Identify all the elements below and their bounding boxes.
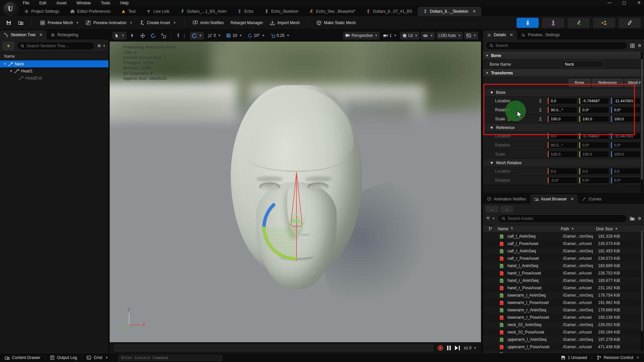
menu-file[interactable]: File: [21, 0, 31, 6]
tab-echo-skeleton[interactable]: Echo_Skeleton: [259, 7, 304, 16]
menu-tools[interactable]: Tools: [100, 0, 112, 6]
unreal-logo-icon[interactable]: U: [3, 2, 17, 16]
cmd-dropdown[interactable]: Cmd▼: [82, 353, 113, 362]
scale-x-field[interactable]: 100.0: [547, 116, 577, 122]
tree-node-head1[interactable]: ▼ Head1: [0, 67, 108, 74]
bone-space-button[interactable]: Bone: [569, 79, 591, 87]
group-header-bone[interactable]: ▼Bone: [483, 88, 644, 97]
anim-notifies-button[interactable]: Anim Notifies: [189, 18, 227, 27]
folder-view-icon[interactable]: [630, 216, 635, 221]
tab-test[interactable]: Test: [116, 7, 141, 16]
maximize-button[interactable]: ▢: [621, 0, 627, 5]
tab-project-settings[interactable]: Project Settings: [19, 7, 65, 16]
tab-animation-notifies[interactable]: Animation Notifies: [483, 194, 530, 204]
asset-search-input[interactable]: Search Assets: [498, 215, 627, 223]
select-tool-button[interactable]: [128, 32, 137, 40]
tab-close-icon[interactable]: ✕: [473, 9, 476, 14]
asset-row[interactable]: calf_l_PoseAsset/Game/...eAsset226.573 K…: [483, 240, 644, 247]
rotate-tool-button[interactable]: [149, 32, 158, 40]
expander-icon[interactable]: ▼: [9, 69, 13, 73]
column-name[interactable]: Name⇅: [498, 227, 561, 231]
screenshot-dropdown[interactable]: ▼: [464, 32, 478, 40]
asset-row[interactable]: hand_r_AnimSeq/Game/...nimSeq183.877 KiB: [483, 277, 644, 284]
details-settings-icon[interactable]: ⚙: [638, 43, 641, 48]
asset-row[interactable]: lowerarm_r_PoseAsset/Game/...eAsset193.1…: [483, 314, 644, 321]
tab-skeleton-tree[interactable]: Skeleton Tree ✕: [0, 30, 47, 40]
location-y-field[interactable]: -5.794687: [579, 98, 609, 104]
menu-asset[interactable]: Asset: [55, 0, 68, 6]
relative-transform-icon[interactable]: [533, 117, 547, 121]
asset-row[interactable]: upperarm_l_AnimSeq/Game/...nimSeq197.278…: [483, 336, 644, 343]
unsaved-indicator[interactable]: * 1 Unsaved: [556, 353, 592, 362]
physics-mode-button[interactable]: [619, 18, 641, 28]
asset-row[interactable]: hand_l_AnimSeq/Game/...nimSeq183.689 KiB: [483, 262, 644, 269]
tree-column-header[interactable]: Name: [0, 52, 108, 60]
skeleton-mode-button[interactable]: [517, 18, 539, 28]
tab-live-link[interactable]: Live Link: [141, 7, 174, 16]
panel-close-icon[interactable]: ✕: [571, 197, 574, 201]
panel-close-icon[interactable]: ✕: [510, 33, 513, 37]
section-bone[interactable]: ▼Bone: [483, 52, 644, 60]
tab-editor-preferences[interactable]: Editor Preferences: [65, 7, 116, 16]
hierarchy-column-icon[interactable]: [483, 227, 498, 231]
animation-mode-button[interactable]: [568, 18, 590, 28]
filter-dropdown[interactable]: ▼: [486, 216, 495, 221]
rotation-snap-dropdown[interactable]: 10°▼: [246, 32, 267, 40]
scale-snap-dropdown[interactable]: 0.25▼: [268, 32, 291, 40]
anim-blueprint-mode-button[interactable]: *: [593, 18, 615, 28]
asset-row[interactable]: lowerarm_r_AnimSeq/Game/...nimSeq179.669…: [483, 306, 644, 314]
close-button[interactable]: ✕: [636, 0, 642, 5]
scale-y-field[interactable]: 100.0: [579, 116, 609, 122]
asset-row[interactable]: lowerarm_l_AnimSeq/Game/...nimSeq179.754…: [483, 292, 644, 299]
tab-retargeting[interactable]: Retargeting: [47, 30, 82, 40]
tree-node-headend[interactable]: HeadEnd: [0, 74, 108, 81]
location-x-field[interactable]: 0.0: [547, 98, 577, 104]
tree-node-neck[interactable]: ▼ Neck: [0, 60, 108, 67]
preview-animation-dropdown[interactable]: Preview Animation▼: [82, 18, 136, 27]
tab-echo[interactable]: Echo: [232, 7, 259, 16]
perspective-dropdown[interactable]: Perspective▼: [343, 32, 380, 40]
timeline-scrubber[interactable]: [114, 345, 433, 351]
asset-row[interactable]: lowerarm_l_PoseAsset/Game/...eAsset191.9…: [483, 299, 644, 306]
tab-asset-browser[interactable]: Asset Browser ✕: [530, 194, 578, 204]
asset-row[interactable]: neck_02_AnimSeq/Game/...nimSeq226.002 Ki…: [483, 321, 644, 328]
relative-transform-icon[interactable]: [533, 99, 547, 103]
group-header-mesh-relative[interactable]: ▼Mesh Relative: [483, 159, 644, 167]
tab-preview-scene-settings[interactable]: Preview...Settings: [517, 30, 564, 40]
move-tool-button[interactable]: [138, 32, 147, 40]
asset-row[interactable]: hand_l_PoseAsset/Game/...eAsset226.753 K…: [483, 269, 644, 277]
translate-snap-toggle[interactable]: 0▼: [205, 32, 223, 40]
section-transforms[interactable]: ▼Transforms: [483, 69, 644, 77]
menu-window[interactable]: Window: [75, 0, 92, 6]
bone-name-field[interactable]: Neck: [562, 61, 603, 68]
tab-curves[interactable]: Curves: [578, 194, 605, 204]
camera-speed-dropdown[interactable]: 1▼: [381, 32, 399, 40]
coordinate-system-dropdown[interactable]: ▼: [190, 32, 204, 40]
asset-row[interactable]: calf_l_AnimSeq/Game/...nimSeq181.328 KiB: [483, 233, 644, 240]
step-forward-button[interactable]: [455, 346, 460, 350]
character-bone-menu[interactable]: ⋮: [174, 32, 189, 40]
skeletal-mesh-mode-button[interactable]: [542, 18, 564, 28]
display-filter-icon[interactable]: [630, 43, 635, 48]
skeleton-tree-search[interactable]: Search Skeleton Tree...: [17, 42, 95, 50]
minimize-button[interactable]: —: [606, 0, 612, 5]
details-search-input[interactable]: Search: [486, 42, 627, 50]
tab-dollars-bs[interactable]: Dollars_8...07_41_BS: [361, 7, 418, 16]
retarget-manager-button[interactable]: Retarget Manager: [227, 18, 266, 27]
add-bone-button[interactable]: +: [3, 42, 14, 50]
tab-echo-blueprint[interactable]: Echo_Ske...Blueprint*: [304, 7, 361, 16]
rotation-x-field[interactable]: 90.0...°: [547, 107, 577, 113]
forward-button[interactable]: →: [500, 206, 513, 213]
lod-dropdown[interactable]: LOD Auto▼: [436, 32, 463, 39]
save-button[interactable]: [3, 18, 15, 27]
mesh-relative-space-button[interactable]: Mesh R: [625, 79, 640, 87]
column-path[interactable]: Path▲: [561, 227, 596, 231]
reference-space-button[interactable]: Reference: [592, 79, 623, 87]
pause-button[interactable]: [447, 346, 451, 350]
preview-mesh-dropdown[interactable]: Preview Mesh▼: [37, 18, 82, 27]
tab-dollars-bs-anim[interactable]: Dollars_...1_BS_Anim: [175, 7, 232, 16]
tab-dollars-skeleton[interactable]: Dollars_8..._Skeleton ✕: [418, 7, 481, 16]
panel-close-icon[interactable]: ✕: [39, 33, 43, 37]
asset-row[interactable]: calf_r_PoseAsset/Game/...eAsset226.573 K…: [483, 255, 644, 262]
details-scrollbar[interactable]: [641, 52, 643, 192]
